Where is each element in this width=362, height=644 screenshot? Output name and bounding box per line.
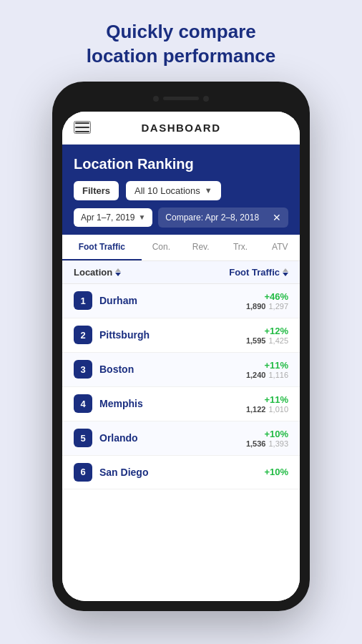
values-row: 1,890 1,297: [246, 302, 288, 311]
close-icon[interactable]: ✕: [273, 212, 281, 223]
compare-range-label: Compare: Apr 2–8, 2018: [165, 213, 259, 223]
sort-down-icon-metric: [283, 273, 288, 276]
row-left: 4 Memphis: [74, 394, 143, 413]
page-wrapper: Quickly compare location performance DAS…: [0, 0, 362, 644]
headline-line2: location performance: [87, 45, 275, 67]
column-metric-header: Foot Traffic: [229, 267, 288, 278]
values-row: 1,240 1,116: [246, 371, 288, 379]
filters-button[interactable]: Filters: [74, 181, 119, 200]
table-row: 1 Durham +46% 1,890 1,297: [62, 284, 300, 318]
tab-trx[interactable]: Trx.: [220, 235, 260, 260]
val-current: 1,595: [246, 336, 266, 345]
phone-cameras: [153, 96, 209, 102]
chevron-down-icon-date: ▼: [138, 213, 145, 221]
rank-badge: 6: [74, 463, 92, 482]
table-container: Location Foot Traffic: [62, 261, 300, 601]
pct-change: +10%: [246, 429, 288, 439]
values-row: 1,122 1,010: [246, 405, 288, 414]
location-name[interactable]: Pittsburgh: [99, 329, 150, 341]
sort-down-icon: [115, 273, 121, 276]
hamburger-line-2: [75, 127, 89, 128]
row-left: 5 Orlando: [74, 429, 138, 447]
menu-button[interactable]: [74, 121, 91, 134]
location-name[interactable]: Memphis: [99, 398, 143, 409]
compare-date-picker[interactable]: Compare: Apr 2–8, 2018 ✕: [158, 208, 288, 228]
tabs-row: Foot Traffic Con. Rev. Trx. ATV: [62, 235, 300, 261]
val-current: 1,890: [246, 302, 266, 311]
val-compare: 1,425: [268, 336, 288, 345]
headline: Quickly compare location performance: [58, 0, 304, 82]
location-name[interactable]: Durham: [99, 295, 137, 306]
val-compare: 1,116: [268, 371, 288, 379]
values-row: 1,536 1,393: [246, 439, 288, 448]
date-range-label: Apr 1–7, 2019: [81, 213, 134, 223]
tab-atv[interactable]: ATV: [260, 235, 300, 260]
pct-change: +12%: [246, 326, 288, 336]
table-header: Location Foot Traffic: [62, 261, 300, 284]
rank-badge: 5: [74, 429, 92, 447]
location-name[interactable]: San Diego: [99, 467, 148, 478]
ranking-header: Location Ranking Filters All 10 Location…: [62, 145, 300, 235]
date-range-picker[interactable]: Apr 1–7, 2019 ▼: [74, 208, 152, 227]
table-row: 4 Memphis +11% 1,122 1,010: [62, 387, 300, 421]
row-left: 1 Durham: [74, 291, 137, 310]
table-row: 3 Boston +11% 1,240 1,116: [62, 353, 300, 387]
location-name[interactable]: Orlando: [99, 432, 138, 444]
val-current: 1,536: [246, 439, 266, 448]
phone-speaker: [163, 97, 199, 100]
pct-change: +11%: [246, 360, 288, 371]
val-compare: 1,010: [268, 405, 288, 414]
locations-label: All 10 Locations: [134, 185, 200, 196]
column-location-header: Location: [74, 267, 121, 278]
val-current: 1,240: [246, 371, 266, 379]
val-compare: 1,393: [268, 439, 288, 448]
sort-up-icon-metric: [283, 268, 288, 272]
rank-badge: 4: [74, 394, 92, 413]
tab-rev[interactable]: Rev.: [181, 235, 220, 260]
row-left: 6 San Diego: [74, 463, 148, 482]
hamburger-line-1: [75, 122, 89, 124]
table-row: 5 Orlando +10% 1,536 1,393: [62, 421, 300, 456]
val-compare: 1,297: [268, 302, 288, 311]
pct-change: +46%: [246, 291, 288, 302]
row-right: +46% 1,890 1,297: [246, 291, 288, 311]
row-right: +10% 1,536 1,393: [246, 429, 288, 448]
values-row: 1,595 1,425: [246, 336, 288, 345]
row-left: 3 Boston: [74, 360, 134, 379]
ranking-title: Location Ranking: [74, 156, 288, 172]
hamburger-line-3: [75, 131, 89, 132]
filter-row: Filters All 10 Locations ▼: [74, 181, 288, 200]
phone-screen: DASHBOARD Location Ranking Filters All 1…: [62, 112, 300, 601]
chevron-down-icon: ▼: [205, 186, 212, 195]
app-bar: DASHBOARD: [62, 112, 300, 145]
headline-line1: Quickly compare: [106, 21, 256, 42]
rank-badge: 3: [74, 360, 92, 379]
locations-dropdown[interactable]: All 10 Locations ▼: [126, 181, 221, 200]
rank-badge: 2: [74, 326, 92, 344]
sort-up-icon: [115, 268, 121, 272]
row-right: +12% 1,595 1,425: [246, 326, 288, 345]
phone-shell: DASHBOARD Location Ranking Filters All 1…: [52, 82, 310, 611]
tab-foot-traffic[interactable]: Foot Traffic: [62, 235, 142, 260]
row-left: 2 Pittsburgh: [74, 326, 150, 344]
phone-notch: [62, 92, 300, 112]
row-right: +10%: [264, 467, 288, 477]
tab-con[interactable]: Con.: [142, 235, 181, 260]
rank-badge: 1: [74, 291, 92, 310]
row-right: +11% 1,240 1,116: [246, 360, 288, 379]
table-row: 2 Pittsburgh +12% 1,595 1,425: [62, 318, 300, 353]
sort-icon-metric: [283, 268, 288, 276]
app-title: DASHBOARD: [142, 122, 221, 134]
pct-change: +11%: [246, 394, 288, 405]
date-row: Apr 1–7, 2019 ▼ Compare: Apr 2–8, 2018 ✕: [74, 208, 288, 228]
sort-icon-location: [115, 268, 121, 276]
pct-change: +10%: [264, 467, 288, 477]
val-current: 1,122: [246, 405, 266, 414]
camera-dot-right: [203, 96, 209, 102]
table-row: 6 San Diego +10%: [62, 456, 300, 489]
location-name[interactable]: Boston: [99, 364, 134, 375]
row-right: +11% 1,122 1,010: [246, 394, 288, 414]
camera-dot-left: [153, 96, 159, 102]
